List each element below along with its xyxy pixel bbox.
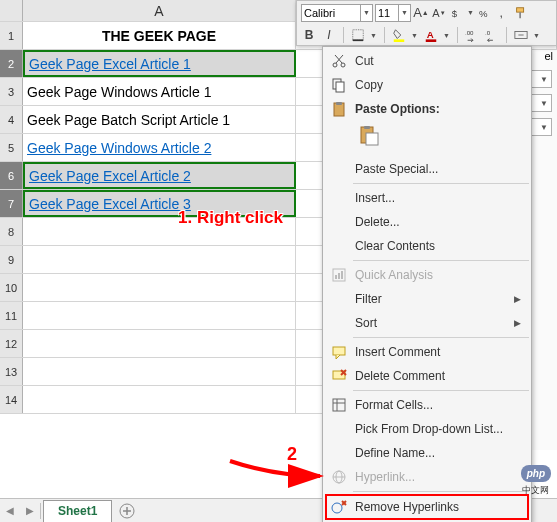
row-header[interactable]: 6 [0,162,23,189]
watermark-text: 中文网 [522,484,549,497]
hyperlink[interactable]: Geek Page Excel Article 3 [29,196,191,212]
menu-format-cells[interactable]: Format Cells... [325,393,529,417]
menu-paste-special[interactable]: Paste Special... [325,157,529,181]
cell-a12[interactable] [23,330,296,357]
decrease-font-icon[interactable]: A▼ [431,5,447,21]
chevron-down-icon[interactable]: ▼ [533,32,541,39]
row-header[interactable]: 2 [0,50,23,77]
menu-filter[interactable]: Filter ▶ [325,287,529,311]
menu-insert-comment[interactable]: Insert Comment [325,340,529,364]
chevron-down-icon[interactable]: ▼ [467,9,475,16]
fill-color-icon[interactable] [391,27,407,43]
menu-delete[interactable]: Delete... [325,210,529,234]
menu-copy[interactable]: Copy [325,73,529,97]
increase-font-icon[interactable]: A▲ [413,5,429,21]
hyperlink[interactable]: Geek Page Windows Article 2 [27,140,211,156]
row-header[interactable]: 7 [0,190,23,217]
row-header[interactable]: 14 [0,386,23,413]
svg-rect-7 [394,39,405,42]
svg-rect-29 [333,347,345,355]
cell-a2[interactable]: Geek Page Excel Article 1 [23,50,296,77]
svg-rect-5 [353,30,364,41]
row-header[interactable]: 4 [0,106,23,133]
menu-label: Insert Comment [355,345,440,359]
row-header[interactable]: 12 [0,330,23,357]
menu-define-name[interactable]: Define Name... [325,441,529,465]
add-sheet-button[interactable] [116,500,138,522]
menu-insert[interactable]: Insert... [325,186,529,210]
row-header[interactable]: 10 [0,274,23,301]
borders-icon[interactable] [350,27,366,43]
row-header[interactable]: 13 [0,358,23,385]
cell-a6[interactable]: Geek Page Excel Article 2 [23,162,296,189]
menu-separator [353,337,529,338]
menu-sort[interactable]: Sort ▶ [325,311,529,335]
menu-pick-from-list[interactable]: Pick From Drop-down List... [325,417,529,441]
annotation-arrow-icon [225,456,335,496]
menu-label: Insert... [355,191,395,205]
menu-remove-hyperlinks[interactable]: Remove Hyperlinks [325,494,529,520]
row-header-1[interactable]: 1 [0,22,23,49]
chevron-down-icon[interactable]: ▼ [443,32,451,39]
italic-button[interactable]: I [321,27,337,43]
row-header[interactable]: 8 [0,218,23,245]
column-header-a[interactable]: A [23,0,296,21]
cell-a5[interactable]: Geek Page Windows Article 2 [23,134,296,161]
menu-label: Copy [355,78,383,92]
row-header[interactable]: 5 [0,134,23,161]
increase-decimal-icon[interactable]: .00 [464,27,480,43]
svg-line-16 [336,55,343,63]
comma-format-icon[interactable]: , [495,5,511,21]
percent-format-icon[interactable]: % [477,5,493,21]
bold-button[interactable]: B [301,27,317,43]
row-header[interactable]: 9 [0,246,23,273]
cell-a3[interactable]: Geek Page Windows Article 1 [23,78,296,105]
select-all-corner[interactable] [0,0,23,21]
svg-rect-27 [338,273,340,279]
svg-text:%: % [479,7,488,18]
menu-label: Hyperlink... [355,470,415,484]
menu-label: Quick Analysis [355,268,433,282]
cell-a11[interactable] [23,302,296,329]
svg-rect-3 [517,7,524,11]
merge-center-icon[interactable] [513,27,529,43]
chevron-down-icon[interactable]: ▼ [361,4,373,22]
font-color-icon[interactable]: A [423,27,439,43]
format-painter-icon[interactable] [513,5,529,21]
menu-clear-contents[interactable]: Clear Contents [325,234,529,258]
row-header[interactable]: 11 [0,302,23,329]
delete-comment-icon [330,367,348,385]
menu-delete-comment[interactable]: Delete Comment [325,364,529,388]
menu-label: Format Cells... [355,398,433,412]
title-cell[interactable]: THE GEEK PAGE [23,22,296,49]
svg-rect-21 [336,102,342,105]
chevron-down-icon[interactable]: ▼ [370,32,378,39]
paste-default-button[interactable] [355,123,383,149]
sheet-tab-active[interactable]: Sheet1 [43,500,112,522]
hyperlink[interactable]: Geek Page Excel Article 1 [29,56,191,72]
tab-nav-prev[interactable]: ◀ [0,499,20,523]
row-header[interactable]: 3 [0,78,23,105]
menu-cut[interactable]: Cut [325,49,529,73]
chevron-down-icon[interactable]: ▼ [411,32,419,39]
svg-rect-33 [333,399,345,411]
svg-rect-23 [364,126,370,129]
decrease-decimal-icon[interactable]: .0 [484,27,500,43]
cell-a9[interactable] [23,246,296,273]
quick-analysis-icon [330,266,348,284]
tab-nav-next[interactable]: ▶ [20,499,40,523]
cell-a10[interactable] [23,274,296,301]
font-size-combo[interactable]: 11 ▼ [375,4,411,22]
cell-a14[interactable] [23,386,296,413]
menu-label: Paste Options: [355,102,440,116]
hyperlink[interactable]: Geek Page Excel Article 2 [29,168,191,184]
menu-separator [353,183,529,184]
cell-a4[interactable]: Geek Page Batch Script Article 1 [23,106,296,133]
cell-a13[interactable] [23,358,296,385]
svg-rect-19 [336,82,344,92]
font-name-combo[interactable]: Calibri ▼ [301,4,373,22]
svg-point-14 [333,63,337,67]
accounting-format-icon[interactable]: $ [449,5,465,21]
cell-text: Geek Page Windows Article 1 [27,84,211,100]
chevron-down-icon[interactable]: ▼ [399,4,411,22]
